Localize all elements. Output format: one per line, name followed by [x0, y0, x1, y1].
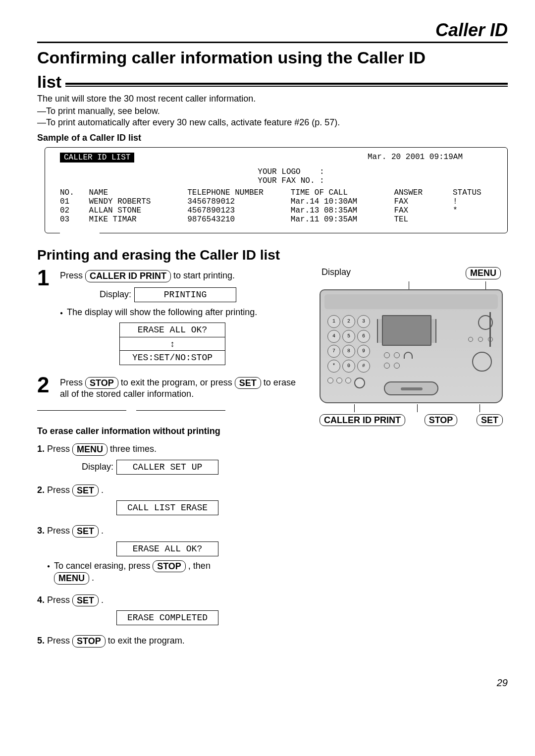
step-2-number: 2	[37, 374, 55, 400]
device-label-stop[interactable]: STOP	[425, 414, 458, 427]
keypad-key[interactable]: 4	[327, 330, 340, 343]
step1-after: The display will show the following afte…	[60, 307, 305, 318]
sub-heading: Printing and erasing the Caller ID list	[37, 247, 508, 263]
set-button-2[interactable]: SET	[72, 485, 99, 497]
device-handset	[384, 381, 438, 395]
keypad-key[interactable]: #	[357, 360, 370, 373]
sample-faxno: YOUR FAX NO. :	[258, 176, 324, 185]
main-title-line2: list	[37, 72, 61, 92]
e1-display-label: Display:	[82, 462, 113, 472]
step-1-number: 1	[37, 267, 55, 365]
sample-header-row: NO. NAME TELEPHONE NUMBER TIME OF CALL A…	[60, 188, 492, 197]
col-ans: ANSWER	[394, 188, 443, 197]
intro-line2: —To print manually, see below.	[37, 106, 508, 116]
left-column: 1 Press CALLER ID PRINT to start printin…	[37, 267, 305, 657]
caller-id-print-button[interactable]: CALLER ID PRINT	[85, 270, 171, 282]
keypad-key[interactable]: 0	[342, 360, 355, 373]
keypad-key[interactable]: 7	[327, 345, 340, 358]
step1-post: to start printing.	[173, 270, 235, 280]
e5-pre: Press	[47, 636, 72, 646]
sample-date: Mar. 20 2001 09:19AM	[368, 153, 492, 162]
set-button-3[interactable]: SET	[72, 525, 99, 538]
intro-line3: —To print automatically after every 30 n…	[37, 117, 508, 128]
e2-post: .	[101, 485, 104, 495]
sample-row: 01WENDY ROBERTS3456789012Mar.14 10:30AMF…	[60, 197, 492, 206]
device-label-menu[interactable]: MENU	[466, 267, 501, 279]
page-number: 29	[37, 677, 508, 689]
keypad-key[interactable]: 3	[357, 315, 370, 328]
keypad-key[interactable]: *	[327, 360, 340, 373]
keypad-key[interactable]: 5	[342, 330, 355, 343]
step2-mid: to exit the program, or press	[121, 378, 235, 387]
keypad-key[interactable]: 6	[357, 330, 370, 343]
display-caller-setup: CALLER SET UP	[116, 460, 218, 475]
set-button[interactable]: SET	[235, 377, 261, 389]
divider-rule-left	[37, 410, 126, 411]
e4-pre: Press	[47, 595, 72, 605]
erase-heading: To erase caller information without prin…	[37, 426, 305, 436]
display-printing: PRINTING	[134, 287, 236, 302]
keypad-key[interactable]: 1	[327, 315, 340, 328]
step1-pre: Press	[60, 270, 85, 280]
stop-button[interactable]: STOP	[85, 377, 118, 389]
e2-pre: Press	[47, 485, 72, 495]
intro-line1: The unit will store the 30 most recent c…	[37, 94, 508, 104]
col-name: NAME	[89, 188, 178, 197]
title-rule	[65, 83, 508, 87]
main-title-block: Confirming caller information using the …	[37, 48, 508, 92]
sample-row: 03MIKE TIMAR9876543210Mar.11 09:35AMTEL	[60, 215, 492, 224]
e3-post: .	[101, 526, 104, 536]
e5-post: to exit the program.	[108, 636, 185, 646]
list-badge: CALLER ID LIST	[60, 153, 134, 162]
display-yes-no: YES:SET/NO:STOP	[119, 351, 225, 365]
display-arrow: ↕	[119, 337, 225, 351]
e1-pre: Press	[47, 444, 72, 454]
e3-pre: Press	[47, 526, 72, 536]
device-lcd	[382, 315, 431, 346]
col-stat: STATUS	[453, 188, 492, 197]
keypad-key[interactable]: 8	[342, 345, 355, 358]
right-column: Display MENU 123456789*0# CALLER ID PRIN…	[320, 267, 508, 426]
display-erase-completed: ERASE COMPLETED	[116, 610, 218, 625]
col-time: TIME OF CALL	[291, 188, 385, 197]
divider-rule-right	[136, 410, 225, 411]
device-label-cid-print[interactable]: CALLER ID PRINT	[320, 414, 405, 427]
device-illustration: Display MENU 123456789*0# CALLER ID PRIN…	[320, 267, 503, 426]
keypad-key[interactable]: 9	[357, 345, 370, 358]
menu-button-2[interactable]: MENU	[54, 572, 89, 585]
sample-label: Sample of a Caller ID list	[37, 133, 508, 143]
set-button-4[interactable]: SET	[72, 594, 99, 607]
sample-box: CALLER ID LIST Mar. 20 2001 09:19AM YOUR…	[45, 147, 508, 233]
stop-button-2[interactable]: STOP	[153, 560, 186, 573]
menu-button[interactable]: MENU	[72, 443, 107, 456]
sample-logo: YOUR LOGO :	[258, 167, 324, 176]
erase-list: 1. Press MENU three times. Display: CALL…	[37, 443, 305, 648]
e4-post: .	[101, 595, 104, 605]
display-label: Display:	[100, 289, 131, 300]
section-header: Caller ID	[37, 20, 508, 43]
col-tel: TELEPHONE NUMBER	[187, 188, 281, 197]
step2-pre: Press	[60, 378, 85, 387]
stop-button-3[interactable]: STOP	[72, 635, 106, 648]
display-erase-all: ERASE ALL OK?	[119, 323, 225, 337]
main-title-line1: Confirming caller information using the …	[37, 48, 508, 67]
display-call-list-erase: CALL LIST ERASE	[116, 500, 218, 515]
keypad-key[interactable]: 2	[342, 315, 355, 328]
sample-row: 02ALLAN STONE4567890123Mar.13 08:35AMFAX…	[60, 206, 492, 215]
step-2: 2 Press STOP to exit the program, or pre…	[37, 374, 305, 400]
step-1: 1 Press CALLER ID PRINT to start printin…	[37, 267, 305, 365]
display-erase-all-2: ERASE ALL OK?	[116, 541, 218, 556]
e1-post: three times.	[110, 444, 157, 454]
device-label-display: Display	[321, 267, 351, 279]
intro-block: The unit will store the 30 most recent c…	[37, 94, 508, 143]
e3-note: To cancel erasing, press STOP , then MEN…	[47, 560, 305, 585]
col-no: NO.	[60, 188, 80, 197]
device-label-set[interactable]: SET	[477, 414, 503, 427]
